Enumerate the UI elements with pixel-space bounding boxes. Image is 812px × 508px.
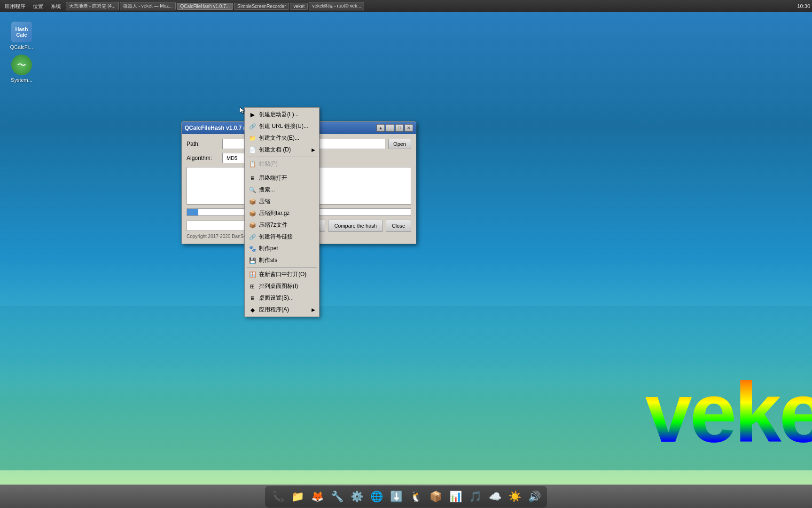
taskbar-icon-download[interactable]: ⬇️ [387, 488, 405, 506]
open-new-window-icon: 🪟 [249, 271, 256, 278]
menu-item-make-sfs[interactable]: 💾 制作sfs [245, 254, 319, 266]
open-new-window-label: 在新窗口中打开(O) [259, 270, 306, 278]
panel-app-qcalc[interactable]: QCalcFileHash v1.0.7... [177, 3, 233, 10]
open-button[interactable]: Open [388, 139, 411, 149]
create-launcher-icon: ▶ [249, 111, 256, 119]
open-terminal-label: 用终端打开 [259, 174, 287, 182]
desktop-icon-qcalc[interactable]: HashCalc QCalcFi... [5, 19, 39, 52]
desktop-settings-icon: 🖥 [249, 294, 256, 302]
menu-item-open-new-window[interactable]: 🪟 在新窗口中打开(O) [245, 269, 319, 280]
compress-7z-label: 压缩7z文件 [259, 221, 288, 229]
panel-menu-system[interactable]: 系统 [48, 2, 64, 11]
taskbar-icon-settings[interactable]: ⚙️ [348, 488, 366, 506]
compress-icon: 📦 [249, 198, 256, 206]
compare-hash-button[interactable]: Compare the hash [328, 220, 383, 232]
taskbar-icon-phone[interactable]: 📞 [269, 488, 287, 506]
qcalc-label: QCalcFi... [7, 44, 37, 50]
panel-app-screenrecorder[interactable]: SimpleScreenRecorder [234, 3, 289, 10]
window-maximize-button[interactable]: □ [395, 124, 404, 132]
path-label: Path: [187, 141, 219, 147]
create-folder-label: 创建文件夹(E)... [259, 134, 299, 142]
create-symlink-icon: 🔗 [249, 233, 256, 241]
menu-item-compress-7z[interactable]: 📦 压缩7z文件 [245, 219, 319, 231]
progress-bar-fill [187, 209, 198, 215]
applications-icon: ◆ [249, 306, 256, 314]
taskbar-icon-chart[interactable]: 📊 [446, 488, 464, 506]
menu-item-search[interactable]: 🔍 搜索... [245, 184, 319, 196]
menu-item-sort-icons[interactable]: ⊞ 排列桌面图标(I) [245, 280, 319, 292]
create-launcher-label: 创建启动器(L)... [259, 111, 299, 119]
create-doc-icon: 📄 [249, 146, 256, 154]
applications-label: 应用程序(A) [259, 306, 289, 314]
window-close-button[interactable]: ✕ [405, 124, 413, 132]
panel-menu-places[interactable]: 位置 [30, 2, 46, 11]
compress-tar-icon: 📦 [249, 210, 256, 217]
top-panel-left: 应用程序 位置 系统 [2, 2, 64, 11]
make-sfs-label: 制作sfs [259, 256, 277, 264]
menu-item-create-url[interactable]: 🔗 创建 URL 链接(U)... [245, 120, 319, 132]
taskbar-icon-cloud[interactable]: ☁️ [486, 488, 504, 506]
menu-separator-3 [247, 267, 317, 268]
panel-app-terminal[interactable]: veket终端 - root© vek... [309, 2, 364, 10]
panel-menu-apps[interactable]: 应用程序 [2, 2, 28, 11]
taskbar-icon-firefox[interactable]: 🦊 [308, 488, 326, 506]
top-panel-right: 10:30 [797, 3, 810, 9]
menu-item-desktop-settings[interactable]: 🖥 桌面设置(S)... [245, 292, 319, 304]
window-minimize-button[interactable]: _ [386, 124, 394, 132]
desktop-settings-label: 桌面设置(S)... [259, 294, 294, 302]
make-pet-icon: 🐾 [249, 245, 256, 253]
panel-app-tianhuang[interactable]: 天荒地老 - 陈秀雯 (4... [66, 2, 119, 10]
compress-label: 压缩 [259, 198, 270, 206]
taskbar-icon-audio[interactable]: 🔊 [525, 488, 543, 506]
create-url-label: 创建 URL 链接(U)... [259, 122, 308, 130]
create-doc-label: 创建文档 (D) [259, 146, 291, 154]
context-menu: ▶ 创建启动器(L)... 🔗 创建 URL 链接(U)... 📁 创建文件夹(… [244, 107, 320, 317]
applications-arrow: ▶ [312, 307, 315, 312]
qcalc-icon: HashCalc [10, 21, 33, 43]
create-doc-arrow: ▶ [312, 147, 315, 152]
panel-app-veket[interactable]: veket [290, 3, 308, 10]
close-button[interactable]: Close [386, 220, 411, 232]
make-sfs-icon: 💾 [249, 257, 256, 264]
search-label: 搜索... [259, 186, 275, 194]
menu-item-compress-tar[interactable]: 📦 压缩到tar.gz [245, 207, 319, 219]
veket-brand-text: veket [645, 364, 812, 461]
menu-item-create-doc[interactable]: 📄 创建文档 (D) ▶ [245, 144, 319, 156]
window-controls: ▲ _ □ ✕ [376, 124, 413, 132]
menu-item-make-pet[interactable]: 🐾 制作pet [245, 243, 319, 254]
taskbar-icon-media[interactable]: 🎵 [466, 488, 484, 506]
compress-tar-label: 压缩到tar.gz [259, 209, 289, 217]
paste-icon: 📋 [249, 160, 256, 168]
window-shade-button[interactable]: ▲ [376, 124, 385, 132]
create-url-icon: 🔗 [249, 123, 256, 130]
menu-item-applications[interactable]: ◆ 应用程序(A) ▶ [245, 304, 319, 316]
algorithm-label: Algorithm: [187, 155, 219, 161]
menu-item-create-launcher[interactable]: ▶ 创建启动器(L)... [245, 109, 319, 120]
desktop-icon-sysmon[interactable]: 〜 System... [5, 52, 39, 85]
create-folder-icon: 📁 [249, 135, 256, 142]
taskbar-icon-globe[interactable]: 🌐 [367, 488, 385, 506]
panel-clock: 10:30 [797, 3, 810, 9]
panel-app-weiqiren[interactable]: 微器人 - veket — Moz... [120, 2, 176, 10]
menu-item-create-symlink[interactable]: 🔗 创建符号链接 [245, 231, 319, 243]
taskbar-icon-files[interactable]: 📁 [289, 488, 306, 506]
menu-item-create-folder[interactable]: 📁 创建文件夹(E)... [245, 132, 319, 144]
make-pet-label: 制作pet [259, 245, 278, 253]
menu-item-open-terminal[interactable]: 🖥 用终端打开 [245, 172, 319, 184]
top-panel: 应用程序 位置 系统 天荒地老 - 陈秀雯 (4... 微器人 - veket … [0, 0, 812, 12]
taskbar-icon-linux[interactable]: 🐧 [407, 488, 425, 506]
sort-icons-icon: ⊞ [249, 283, 256, 290]
sort-icons-label: 排列桌面图标(I) [259, 282, 298, 290]
taskbar-icon-archive[interactable]: 📦 [427, 488, 445, 506]
search-icon: 🔍 [249, 186, 256, 194]
menu-separator-1 [247, 157, 317, 157]
taskbar-icon-brightness[interactable]: ☀️ [506, 488, 523, 506]
menu-item-compress[interactable]: 📦 压缩 [245, 196, 319, 207]
taskbar-icon-tools[interactable]: 🔧 [328, 488, 346, 506]
menu-item-paste: 📋 粘贴(P) [245, 158, 319, 170]
taskbar-icons: 📞 📁 🦊 🔧 ⚙️ 🌐 ⬇️ 🐧 📦 📊 🎵 ☁️ ☀️ 🔊 [265, 486, 547, 508]
open-terminal-icon: 🖥 [249, 175, 256, 182]
compress-7z-icon: 📦 [249, 222, 256, 229]
sysmon-label: System... [7, 77, 37, 83]
taskbar: 📞 📁 🦊 🔧 ⚙️ 🌐 ⬇️ 🐧 📦 📊 🎵 ☁️ ☀️ 🔊 [0, 484, 812, 508]
